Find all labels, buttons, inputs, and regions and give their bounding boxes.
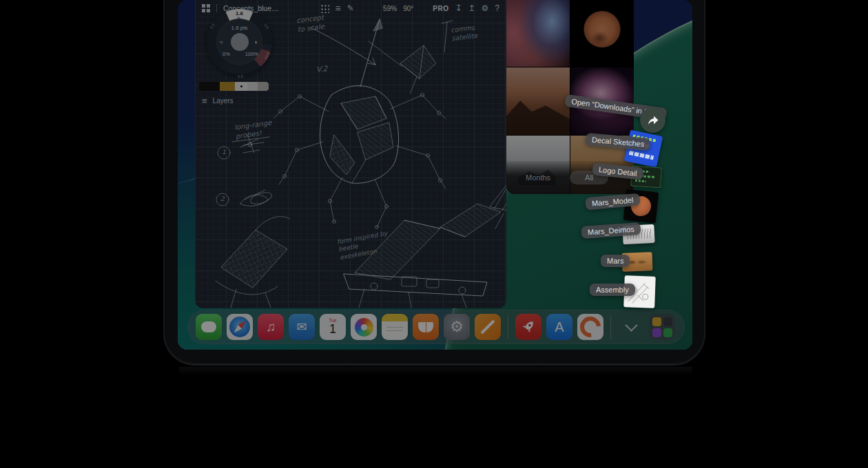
device-edge-reflection — [179, 367, 692, 375]
drag-drop-layer: Open “Downloads” in Files Decal Sketches… — [178, 0, 692, 350]
forward-arrow-icon — [646, 114, 660, 127]
ipad-screen: concept to scale comms satellite V.2 lon… — [178, 0, 692, 350]
drag-label-assembly[interactable]: Assembly — [590, 284, 635, 296]
share-forward-button[interactable] — [640, 107, 665, 133]
ipad-device: concept to scale comms satellite V.2 lon… — [163, 0, 705, 365]
drag-label-mars[interactable]: Mars — [601, 255, 630, 267]
